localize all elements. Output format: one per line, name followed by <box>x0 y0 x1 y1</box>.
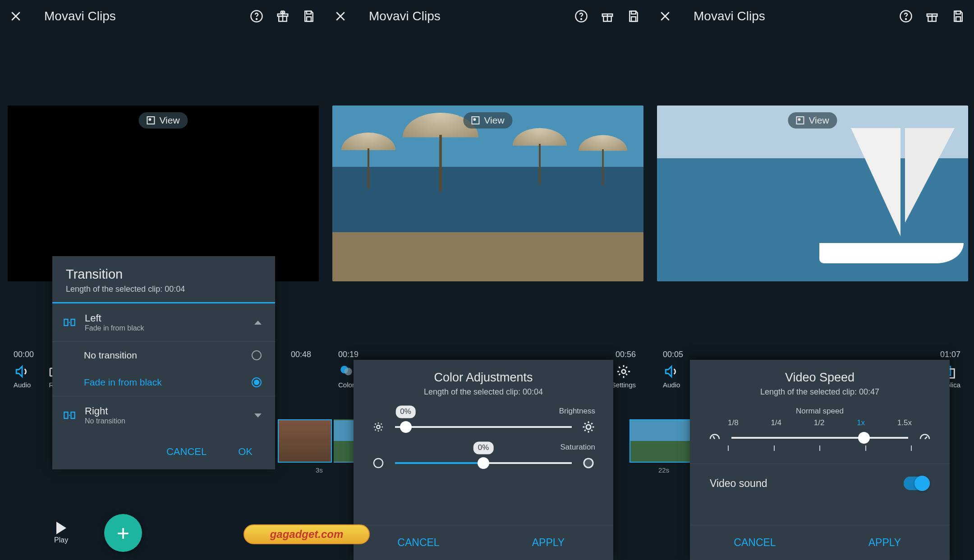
svg-point-25 <box>586 425 591 429</box>
help-icon[interactable] <box>250 9 263 23</box>
color-panel: Color Adjustments Length of the selected… <box>354 360 613 560</box>
tool-audio[interactable]: Audio <box>663 364 680 389</box>
watermark: gagadget.com <box>244 524 370 544</box>
svg-rect-8 <box>71 319 75 326</box>
slider-knob[interactable] <box>858 432 870 444</box>
saturation-low-icon <box>372 456 385 470</box>
view-label: View <box>809 115 829 126</box>
time-left: 00:00 <box>14 350 34 359</box>
speed-apply-button[interactable]: APPLY <box>820 525 950 560</box>
chevron-down-icon <box>254 413 262 418</box>
transition-left-section[interactable]: Left Fade in from black <box>52 303 275 342</box>
svg-point-27 <box>584 459 593 468</box>
preview-area: View <box>8 106 319 281</box>
svg-point-29 <box>905 18 906 19</box>
time-left: 00:05 <box>663 350 683 359</box>
slider-knob[interactable] <box>478 457 489 469</box>
brightness-bubble: 0% <box>395 405 416 418</box>
save-icon[interactable] <box>951 9 965 23</box>
tool-color[interactable]: Color <box>338 364 354 389</box>
preview-area: View <box>657 106 968 281</box>
saturation-high-icon <box>582 456 595 470</box>
app-title: Movavi Clips <box>694 9 887 23</box>
transition-panel: Transition Length of the selected clip: … <box>52 256 275 469</box>
play-button[interactable]: Play <box>54 522 68 544</box>
close-icon[interactable] <box>9 9 23 23</box>
svg-point-18 <box>345 368 352 376</box>
transition-option-none[interactable]: No transition <box>52 342 275 369</box>
screen-color: Movavi Clips View 00:19 00:56 Color Dupl… <box>325 0 649 560</box>
speed-fast-icon <box>918 431 932 445</box>
radio-icon <box>252 350 262 360</box>
time-left: 00:19 <box>338 350 358 359</box>
image-icon <box>796 116 804 124</box>
save-icon[interactable] <box>627 9 640 23</box>
svg-rect-32 <box>956 11 960 14</box>
svg-rect-9 <box>64 412 68 418</box>
clip-thumb[interactable] <box>278 419 332 463</box>
slider-knob[interactable] <box>400 421 412 433</box>
view-label: View <box>159 115 179 126</box>
svg-rect-5 <box>307 17 311 21</box>
topbar: Movavi Clips <box>0 0 325 32</box>
transition-subtitle: Length of the selected clip: 00:04 <box>66 285 262 294</box>
speed-slider[interactable] <box>690 427 950 445</box>
color-apply-button[interactable]: APPLY <box>483 525 613 560</box>
color-subtitle: Length of the selected clip: 00:04 <box>354 387 613 397</box>
image-icon <box>147 116 155 124</box>
time-right: 00:48 <box>291 350 311 359</box>
help-icon[interactable] <box>574 9 588 23</box>
view-button[interactable]: View <box>463 112 512 129</box>
help-icon[interactable] <box>899 9 913 23</box>
view-button[interactable]: View <box>138 112 188 129</box>
brightness-low-icon <box>372 420 385 434</box>
app-title: Movavi Clips <box>44 9 237 23</box>
speed-title: Video Speed <box>690 371 950 385</box>
transition-right-section[interactable]: Right No transition <box>52 396 275 434</box>
close-icon[interactable] <box>658 9 672 23</box>
speed-slow-icon <box>708 431 721 445</box>
screen-speed: Movavi Clips View 00:05 01:07 Audio Dupl… <box>649 0 974 560</box>
saturation-bubble: 0% <box>473 441 494 454</box>
gift-icon[interactable] <box>601 9 614 23</box>
transition-ok-button[interactable]: OK <box>238 446 253 458</box>
svg-rect-4 <box>307 11 311 14</box>
transition-right-icon <box>63 409 76 422</box>
color-cancel-button[interactable]: CANCEL <box>354 525 483 560</box>
saturation-slider[interactable]: 0% <box>372 456 595 470</box>
chevron-up-icon <box>254 321 262 325</box>
topbar: Movavi Clips <box>325 0 649 32</box>
save-icon[interactable] <box>302 9 316 23</box>
view-button[interactable]: View <box>788 112 837 129</box>
svg-rect-16 <box>631 17 636 21</box>
gift-icon[interactable] <box>925 9 939 23</box>
svg-point-24 <box>377 425 380 429</box>
svg-point-23 <box>622 370 626 374</box>
gift-icon[interactable] <box>276 9 289 23</box>
add-clip-button[interactable]: + <box>104 514 142 552</box>
svg-point-1 <box>256 18 257 19</box>
tool-settings[interactable]: Settings <box>611 364 636 389</box>
brightness-slider[interactable]: 0% <box>372 420 595 434</box>
brightness-high-icon <box>582 420 595 434</box>
svg-point-12 <box>581 18 582 19</box>
time-right: 00:56 <box>616 350 636 359</box>
radio-selected-icon <box>252 377 262 387</box>
transition-title: Transition <box>66 267 262 282</box>
svg-point-26 <box>374 459 383 468</box>
close-icon[interactable] <box>334 9 347 23</box>
topbar: Movavi Clips <box>649 0 974 32</box>
speed-panel: Video Speed Length of the selected clip:… <box>690 360 950 560</box>
sound-toggle[interactable] <box>904 477 930 490</box>
svg-rect-33 <box>956 17 960 21</box>
view-label: View <box>484 115 504 126</box>
transition-cancel-button[interactable]: CANCEL <box>166 446 207 458</box>
speed-cancel-button[interactable]: CANCEL <box>690 525 820 560</box>
sound-label: Video sound <box>710 477 767 490</box>
svg-rect-7 <box>64 319 68 326</box>
image-icon <box>471 116 479 124</box>
transition-left-icon <box>63 316 76 329</box>
tool-audio[interactable]: Audio <box>14 364 31 389</box>
svg-rect-10 <box>71 412 75 418</box>
transition-option-fade[interactable]: Fade in from black <box>52 369 275 396</box>
